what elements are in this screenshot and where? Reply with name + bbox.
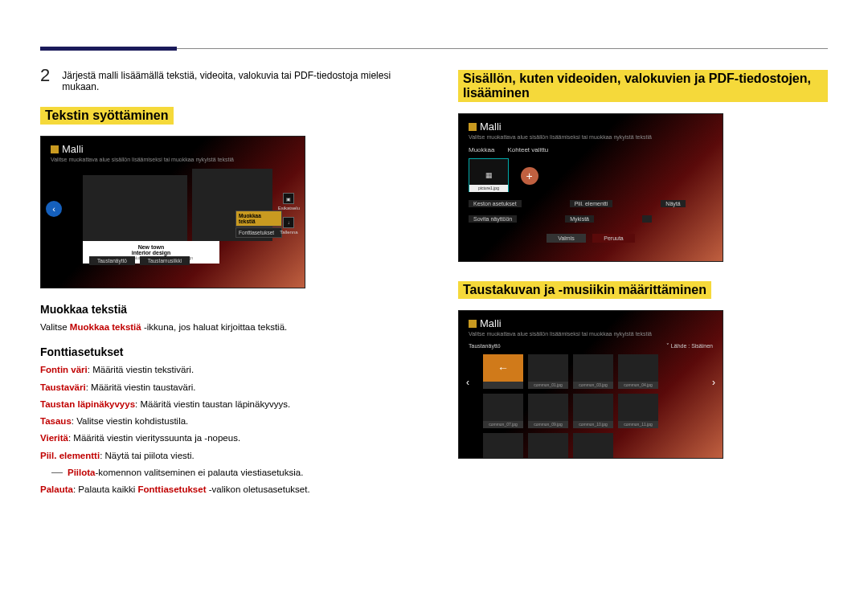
chevron-left-icon: ‹ bbox=[462, 377, 473, 388]
back-folder: ← bbox=[483, 354, 523, 389]
thumb: common_04.jpg bbox=[618, 354, 658, 389]
step-number: 2 bbox=[40, 65, 50, 86]
item: Palauta: Palauta kaikki Fonttiasetukset … bbox=[40, 483, 410, 497]
textbox-line1: New town bbox=[138, 244, 165, 250]
shot-title: Malli bbox=[62, 143, 84, 155]
shot-subtitle: Valitse muokattava alue sisällön lisäämi… bbox=[469, 134, 713, 140]
shot-subtitle: Valitse muokattava alue sisällön lisäämi… bbox=[469, 331, 713, 337]
para: Valitse Muokkaa tekstiä -ikkuna, jos hal… bbox=[40, 321, 410, 334]
screenshot-template-editor: Malli Valitse muokattava alue sisällön l… bbox=[40, 136, 305, 288]
ctx-item-edit: Muokkaa tekstiä bbox=[235, 210, 282, 227]
thumb: common_09.jpg bbox=[528, 394, 568, 428]
thumbnail: ▦picture1.jpg bbox=[469, 158, 509, 192]
textbox-line2: interior design bbox=[132, 250, 171, 255]
preview-button: ▣Esikatselu bbox=[278, 193, 300, 210]
ctx-item-font: Fonttiasetukset bbox=[235, 227, 282, 238]
chevron-right-icon: › bbox=[708, 377, 719, 388]
save-button: ↓Tallenna bbox=[278, 217, 300, 235]
row-label: Näytä bbox=[661, 200, 685, 207]
source: Lähde : Sisäinen bbox=[671, 343, 713, 349]
thumb: common_03.jpg bbox=[573, 354, 613, 389]
context-menu: Muokkaa tekstiä Fonttiasetukset bbox=[235, 210, 282, 239]
screenshot-add-content: Malli Valitse muokattava alue sisällön l… bbox=[458, 113, 723, 262]
screenshot-background: Malli Valitse muokattava alue sisällön l… bbox=[458, 310, 723, 459]
step-text: Järjestä malli lisäämällä tekstiä, video… bbox=[62, 65, 410, 92]
item: Tasaus: Valitse viestin kohdistustila. bbox=[40, 415, 410, 428]
heading-text-entry: Tekstin syöttäminen bbox=[40, 107, 174, 125]
subhead-edit-text: Muokkaa tekstiä bbox=[40, 303, 410, 316]
thumb: common_12.jpg bbox=[483, 433, 523, 459]
row-label: Keston asetukset bbox=[469, 200, 522, 207]
template-pane: New town interior design Sustainble evol… bbox=[83, 175, 187, 264]
done-button: Valmis bbox=[547, 234, 585, 243]
shot-title: Malli bbox=[480, 121, 502, 133]
thumb: common_01.jpg bbox=[528, 354, 568, 389]
shot-subtitle: Valitse muokattava alue sisällön lisäämi… bbox=[51, 157, 295, 162]
shot-title: Malli bbox=[480, 317, 502, 329]
crumb: Taustanäyttö bbox=[469, 343, 501, 349]
music-tab: Taustamusiikki bbox=[140, 256, 190, 265]
thumb: common_07.jpg bbox=[483, 394, 523, 428]
tab: Kohteet valittu bbox=[507, 146, 548, 153]
thumb: common_11.jpg bbox=[618, 394, 658, 428]
back-icon: ‹ bbox=[46, 201, 62, 217]
item: Fontin väri: Määritä viestin tekstiväri. bbox=[40, 363, 410, 377]
row-label: Sovita näyttöön bbox=[469, 215, 517, 223]
item: Piil. elementti: Näytä tai piilota viest… bbox=[40, 449, 410, 463]
note: Piilota-komennon valitseminen ei palauta… bbox=[51, 466, 410, 480]
item: Taustan läpinäkyvyys: Määritä viestin ta… bbox=[40, 398, 410, 411]
thumb: common_10.jpg bbox=[573, 394, 613, 428]
item: Taustaväri: Määritä viestin taustaväri. bbox=[40, 381, 410, 394]
row-label: Mykistä bbox=[565, 215, 594, 223]
item: Vieritä: Määritä viestin vierityssuunta … bbox=[40, 431, 410, 445]
heading-bg-music: Taustakuvan ja -musiikin määrittäminen bbox=[458, 281, 711, 299]
subhead-font-settings: Fonttiasetukset bbox=[40, 345, 410, 358]
thumb: common bbox=[573, 433, 613, 459]
row-label: Piil. elementti bbox=[570, 200, 613, 207]
add-icon: + bbox=[521, 167, 538, 185]
thumb: common_13.jpg bbox=[528, 433, 568, 459]
bg-tab: Taustanäyttö bbox=[89, 256, 135, 265]
cancel-button: Peruuta bbox=[592, 234, 635, 243]
tab: Muokkaa bbox=[469, 146, 494, 153]
heading-add-content: Sisällön, kuten videoiden, valokuvien ja… bbox=[458, 70, 828, 102]
